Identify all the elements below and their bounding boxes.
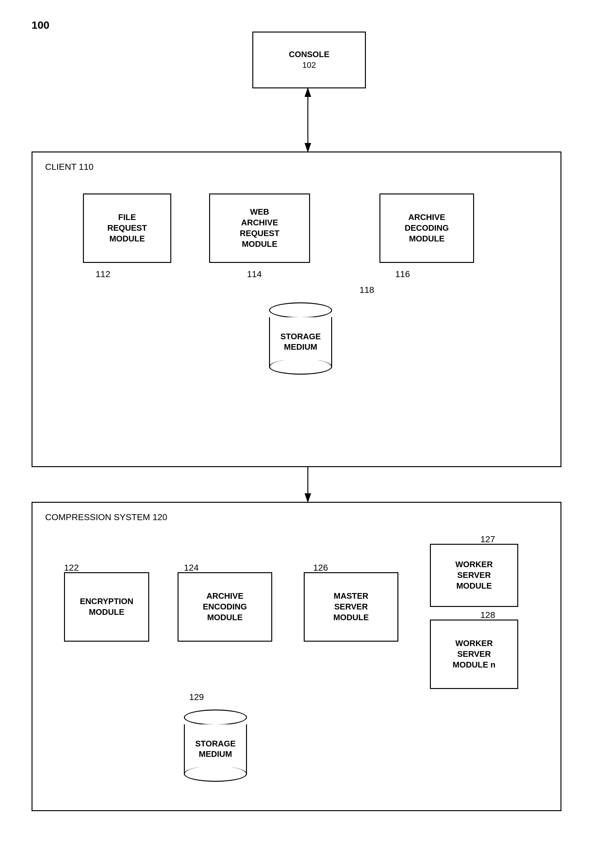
file-request-label: FILEREQUESTMODULE [107, 212, 147, 244]
worker-server-128-number: 128 [480, 610, 495, 620]
worker-server-127-number: 127 [480, 534, 495, 544]
web-archive-request-number: 114 [247, 269, 262, 279]
storage-medium-129-cylinder: 129 STORAGEMEDIUM [184, 699, 247, 775]
cylinder-body-129: STORAGEMEDIUM [184, 724, 247, 775]
storage-medium-129-label: STORAGEMEDIUM [195, 739, 235, 760]
compression-system-container: COMPRESSION SYSTEM 120 ENCRYPTIONMODULE … [32, 502, 561, 811]
console-number: 102 [289, 60, 330, 71]
master-server-label: MASTERSERVERMODULE [333, 591, 369, 623]
compression-system-label: COMPRESSION SYSTEM 120 [45, 512, 167, 522]
archive-encoding-module-box: ARCHIVEENCODINGMODULE [177, 572, 272, 642]
archive-encoding-label: ARCHIVEENCODINGMODULE [203, 591, 247, 623]
cylinder-top-129 [184, 709, 247, 725]
archive-decoding-module-box: ARCHIVEDECODINGMODULE [379, 193, 474, 263]
storage-medium-118-number: 118 [359, 285, 374, 295]
encryption-module-box: ENCRYPTIONMODULE [64, 572, 149, 642]
console-box: CONSOLE 102 [252, 32, 366, 88]
cylinder-bottom-118 [269, 359, 332, 375]
storage-medium-129-number: 129 [189, 692, 204, 702]
master-server-module-box: MASTERSERVERMODULE [304, 572, 398, 642]
worker-server-module-127-box: WORKERSERVERMODULE [430, 544, 518, 607]
file-request-module-box: FILEREQUESTMODULE [83, 193, 171, 263]
archive-decoding-number: 116 [395, 269, 410, 279]
worker-server-module-128-box: WORKERSERVERMODULE n [430, 619, 518, 689]
client-container: CLIENT 110 FILEREQUESTMODULE 112 WEBARCH… [32, 152, 561, 467]
archive-encoding-number: 124 [184, 563, 199, 573]
worker-server-127-label: WORKERSERVERMODULE [456, 559, 493, 591]
storage-medium-118-label: STORAGEMEDIUM [280, 331, 321, 353]
cylinder-body-118: STORAGEMEDIUM [269, 317, 332, 368]
storage-medium-118-cylinder: 118 STORAGEMEDIUM [269, 291, 332, 368]
diagram-ref: 100 [32, 19, 49, 31]
console-label: CONSOLE [289, 49, 330, 60]
cylinder-top-118 [269, 302, 332, 318]
worker-server-128-label: WORKERSERVERMODULE n [452, 638, 495, 670]
web-archive-request-module-box: WEBARCHIVEREQUESTMODULE [209, 193, 310, 263]
master-server-number: 126 [313, 563, 328, 573]
client-label: CLIENT 110 [45, 162, 94, 172]
cylinder-bottom-129 [184, 766, 247, 782]
encryption-module-number: 122 [64, 563, 79, 573]
encryption-module-label: ENCRYPTIONMODULE [80, 596, 133, 618]
web-archive-request-label: WEBARCHIVEREQUESTMODULE [240, 207, 280, 249]
diagram: 100 CONSOLE 102 CLIENT 110 FILEREQUESTMO… [0, 0, 616, 855]
file-request-number: 112 [96, 269, 110, 279]
archive-decoding-label: ARCHIVEDECODINGMODULE [405, 212, 449, 244]
